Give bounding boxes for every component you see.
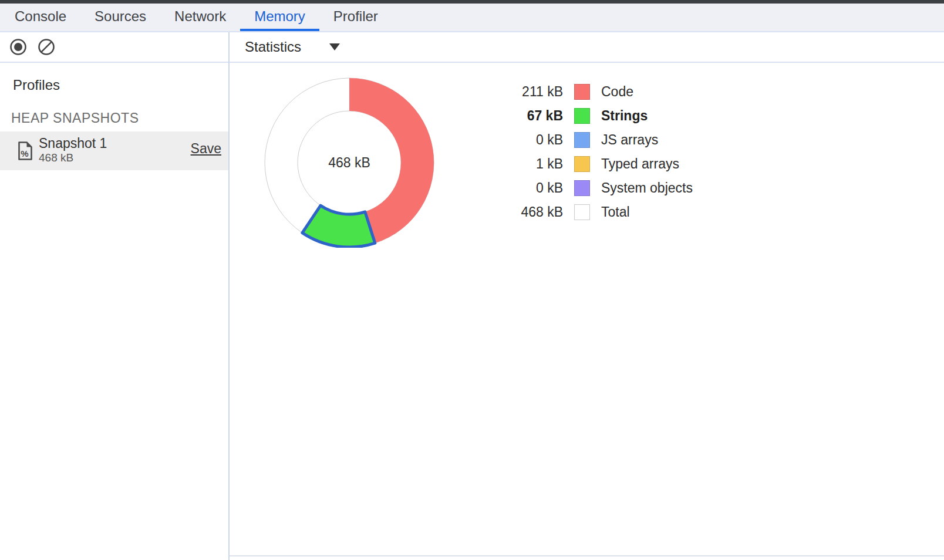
sidebar-resize-divider[interactable]	[228, 32, 230, 560]
tab-network[interactable]: Network	[160, 4, 240, 31]
memory-toolbar: Statistics	[0, 32, 944, 63]
tab-memory[interactable]: Memory	[240, 4, 319, 31]
snapshot-size: 468 kB	[39, 151, 107, 164]
legend-row-code: 211 kB Code	[498, 80, 693, 104]
legend-label: Total	[601, 204, 630, 220]
legend-label: System objects	[601, 180, 693, 196]
profiles-title: Profiles	[13, 77, 60, 93]
legend-value: 0 kB	[498, 132, 563, 148]
donut-center-total: 468 kB	[328, 155, 370, 170]
typed-arrays-swatch	[574, 156, 590, 172]
record-heap-snapshot-button[interactable]	[9, 38, 27, 56]
legend-row-total: 468 kB Total	[498, 200, 693, 224]
tab-profiler[interactable]: Profiler	[319, 4, 392, 31]
devtools-window: Console Sources Network Memory Profiler …	[0, 0, 944, 560]
snapshot-info: Snapshot 1 468 kB	[39, 135, 107, 164]
js-arrays-swatch	[574, 132, 590, 148]
panel-tabbar: Console Sources Network Memory Profiler	[0, 4, 944, 32]
svg-text:%: %	[21, 149, 28, 158]
legend-value: 67 kB	[498, 108, 563, 124]
snapshot-list-item[interactable]: % Snapshot 1 468 kB Save	[0, 131, 228, 170]
chevron-down-icon	[329, 43, 340, 50]
legend-value: 211 kB	[498, 84, 563, 100]
total-swatch	[574, 204, 590, 220]
save-snapshot-link[interactable]: Save	[191, 141, 221, 157]
legend-row-js-arrays: 0 kB JS arrays	[498, 128, 693, 152]
code-swatch	[574, 84, 590, 100]
heap-statistics-donut-chart: 468 kB	[264, 77, 434, 248]
record-icon	[9, 38, 27, 56]
legend-row-system-objects: 0 kB System objects	[498, 176, 693, 200]
snapshot-name: Snapshot 1	[39, 135, 107, 151]
perspective-select[interactable]: Statistics	[245, 32, 340, 62]
main-panel-bottom-border	[230, 555, 944, 556]
legend-value: 468 kB	[498, 204, 563, 220]
legend-value: 0 kB	[498, 180, 563, 196]
legend-row-typed-arrays: 1 kB Typed arrays	[498, 152, 693, 176]
legend-label: JS arrays	[601, 132, 658, 148]
perspective-select-label: Statistics	[245, 39, 301, 55]
clear-profiles-button[interactable]	[38, 38, 55, 56]
legend-label: Strings	[601, 108, 648, 124]
heap-snapshot-icon: %	[18, 141, 33, 161]
tab-sources[interactable]: Sources	[80, 4, 160, 31]
strings-swatch	[574, 108, 590, 124]
heap-snapshots-section-header: HEAP SNAPSHOTS	[11, 110, 139, 126]
tab-console[interactable]: Console	[1, 4, 80, 31]
system-objects-swatch	[574, 180, 590, 196]
chart-legend: 211 kB Code 67 kB Strings 0 kB JS arrays…	[498, 80, 693, 224]
legend-row-strings: 67 kB Strings	[498, 104, 693, 128]
legend-label: Typed arrays	[601, 156, 679, 172]
clear-icon	[38, 38, 55, 56]
legend-label: Code	[601, 84, 633, 100]
legend-value: 1 kB	[498, 156, 563, 172]
